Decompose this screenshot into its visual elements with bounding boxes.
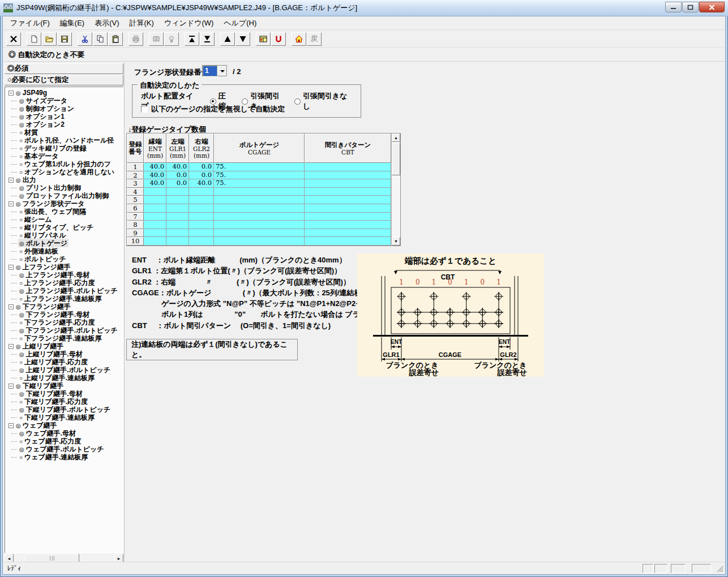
table-cell[interactable] (305, 188, 391, 196)
table-cell[interactable] (189, 221, 214, 229)
table-row-header[interactable]: 5 (127, 196, 144, 204)
copy-button[interactable] (93, 32, 108, 46)
table-cell[interactable] (166, 188, 189, 196)
paste-button[interactable] (108, 32, 123, 46)
table-cell[interactable] (305, 171, 391, 180)
table-cell[interactable] (144, 213, 166, 221)
table-cell[interactable]: 75. (214, 179, 305, 188)
menu-file[interactable]: ファイル(F) (5, 16, 55, 30)
home-button[interactable] (292, 32, 306, 46)
collapse-icon[interactable]: − (8, 423, 14, 428)
table-cell[interactable] (166, 229, 189, 238)
table-cell[interactable] (166, 221, 189, 229)
down-button[interactable] (235, 32, 250, 46)
table-row-header[interactable]: 6 (127, 204, 144, 213)
table-cell[interactable] (305, 163, 391, 171)
first-button[interactable] (185, 32, 199, 46)
table-vscrollbar[interactable]: ▲ ▼ (391, 134, 400, 246)
table-cell[interactable] (144, 221, 166, 229)
combo-dropdown-button[interactable] (217, 66, 227, 76)
table-row-header[interactable]: 2 (127, 171, 144, 180)
collapse-icon[interactable]: − (8, 178, 14, 183)
table-cell[interactable] (166, 237, 189, 246)
menu-window[interactable]: ウィンドウ(W) (159, 16, 219, 30)
table-cell[interactable] (144, 204, 166, 213)
table-cell[interactable]: 0.0 (166, 171, 189, 180)
collapse-icon[interactable]: − (8, 304, 14, 309)
table-cell[interactable] (305, 237, 391, 246)
table-cell[interactable] (166, 213, 189, 221)
menu-calc[interactable]: 計算(K) (125, 16, 159, 30)
resize-grip[interactable] (716, 565, 723, 572)
table-cell[interactable]: 75. (214, 163, 305, 171)
collapse-icon[interactable]: − (8, 344, 14, 349)
table-cell[interactable]: 75. (214, 171, 305, 180)
new-button[interactable] (27, 32, 41, 46)
table-cell[interactable]: 40.0 (166, 163, 189, 171)
delete-button[interactable] (6, 32, 21, 46)
collapse-icon[interactable]: − (8, 91, 14, 96)
table-cell[interactable] (214, 204, 305, 213)
table-cell[interactable] (189, 188, 214, 196)
radio-icon[interactable] (210, 98, 216, 105)
table-row-header[interactable]: 3 (127, 179, 144, 188)
table-row-header[interactable]: 7 (127, 213, 144, 221)
table-cell[interactable] (144, 188, 166, 196)
app-icon[interactable] (3, 3, 14, 12)
titlebar[interactable]: JSP49W(鋼箱桁の継手計算) - C:¥JSPW¥SAMPLE¥JSP49W… (0, 0, 728, 16)
grid-button[interactable] (256, 32, 271, 46)
table-row-header[interactable]: 10 (127, 237, 144, 246)
scroll-up-button[interactable]: ▲ (392, 134, 400, 142)
table-cell[interactable] (214, 188, 305, 196)
radio-icon[interactable] (294, 98, 301, 105)
table-cell[interactable] (144, 229, 166, 238)
table-row-header[interactable]: 9 (127, 229, 144, 238)
table-cell[interactable] (305, 204, 391, 213)
table-cell[interactable] (144, 196, 166, 204)
last-button[interactable] (200, 32, 215, 46)
table-cell[interactable] (214, 221, 305, 229)
menu-help[interactable]: ヘルプ(H) (219, 16, 262, 30)
table-row-header[interactable]: 8 (127, 221, 144, 229)
collapse-icon[interactable]: − (8, 201, 14, 206)
reload-button[interactable] (271, 32, 286, 46)
table-cell[interactable] (214, 213, 305, 221)
close-button[interactable] (699, 2, 725, 12)
save-button[interactable] (57, 32, 72, 46)
table-cell[interactable] (166, 196, 189, 204)
table-cell[interactable]: 40.0 (144, 179, 166, 188)
tree-leaf[interactable]: ○ウェブ継手.連結板厚 (5, 453, 123, 461)
flange-number-combo[interactable]: 1 (202, 65, 228, 77)
up-button[interactable] (220, 32, 235, 46)
scroll-thumb[interactable] (392, 143, 400, 175)
table-cell[interactable] (305, 221, 391, 229)
table-cell[interactable] (305, 196, 391, 204)
collapse-icon[interactable]: − (8, 265, 14, 270)
table-cell[interactable] (305, 229, 391, 238)
table-cell[interactable] (214, 196, 305, 204)
menu-edit[interactable]: 編集(E) (55, 16, 89, 30)
table-cell[interactable] (305, 213, 391, 221)
table-cell[interactable]: 0.0 (166, 179, 189, 188)
radio-option-2[interactable]: 引張間引きなし (294, 91, 361, 111)
table-cell[interactable] (189, 196, 214, 204)
table-cell[interactable] (144, 237, 166, 246)
minimize-button[interactable] (665, 2, 682, 12)
table-cell[interactable]: 40.0 (144, 163, 166, 171)
table-row-header[interactable]: 4 (127, 188, 144, 196)
table-cell[interactable] (214, 229, 305, 238)
table-cell[interactable] (189, 213, 214, 221)
table-cell[interactable] (189, 204, 214, 213)
table-row-header[interactable]: 1 (127, 163, 144, 171)
open-button[interactable] (42, 32, 57, 46)
table-cell[interactable]: 0.0 (189, 171, 214, 180)
cut-button[interactable] (78, 32, 92, 46)
table-cell[interactable]: 40.0 (189, 179, 214, 188)
restore-button[interactable] (682, 2, 699, 12)
scroll-down-button[interactable]: ▼ (392, 237, 400, 246)
table-cell[interactable]: 40.0 (144, 171, 166, 180)
ignore-gauge-checkbox[interactable] (141, 106, 148, 113)
table-cell[interactable]: 0.0 (189, 163, 214, 171)
table-cell[interactable] (189, 229, 214, 238)
collapse-icon[interactable]: − (8, 384, 14, 389)
